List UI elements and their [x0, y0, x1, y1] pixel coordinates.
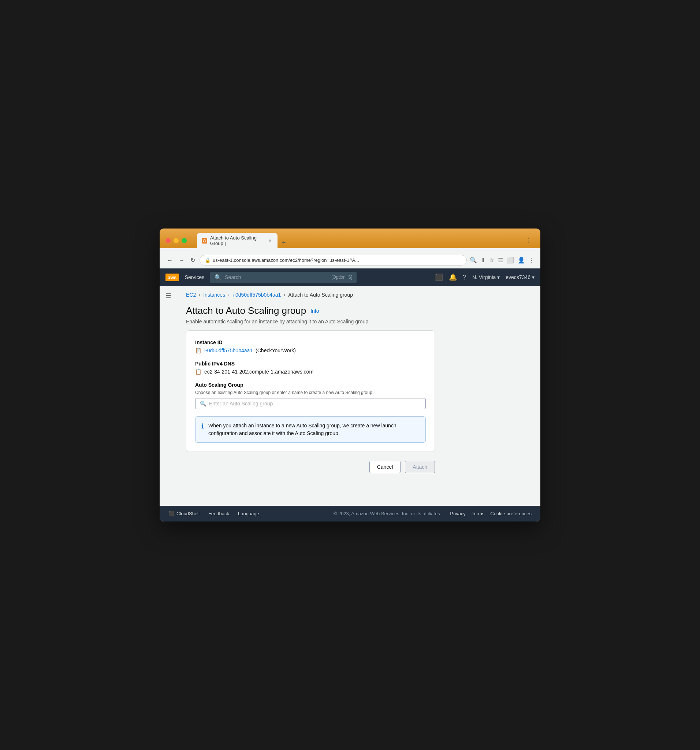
breadcrumb-current: Attach to Auto Scaling group	[288, 292, 353, 298]
footer: ⬛ CloudShell Feedback Language © 2023, A…	[160, 506, 540, 521]
info-box: ℹ When you attach an instance to a new A…	[195, 416, 426, 443]
breadcrumb-instance-id[interactable]: i-0d50dff575b0b4aa1	[232, 292, 281, 298]
profile-icon[interactable]: 👤	[518, 257, 525, 264]
aws-logo-box: aws	[166, 274, 179, 281]
address-actions: 🔍 ⬆ ☆ ☰ ⬜ 👤 ⋮	[470, 257, 534, 264]
form-card: Instance ID 📋 i-0d50dff575b0b4aa1 (Check…	[186, 330, 435, 452]
region-chevron-icon: ▾	[497, 274, 500, 280]
reading-list-icon[interactable]: ☰	[498, 257, 503, 264]
attach-button[interactable]: Attach	[405, 461, 435, 473]
aws-logo-text: aws	[168, 275, 177, 280]
aws-navigation: aws Services 🔍 [Option+S] ⬛ 🔔 ? N. Virgi…	[160, 269, 540, 286]
tab-overview-icon[interactable]: ⬜	[507, 257, 514, 264]
cloudshell-icon: ⬛	[169, 511, 174, 516]
instance-id-link[interactable]: i-0d50dff575b0b4aa1	[204, 347, 253, 353]
main-content: ☰ EC2 › Instances › i-0d50dff575b0b4aa1 …	[160, 286, 540, 506]
breadcrumb: EC2 › Instances › i-0d50dff575b0b4aa1 › …	[186, 292, 531, 298]
browser-chrome: ⬡ Attach to Auto Scaling Group | ✕ + ⋮	[160, 229, 540, 248]
asg-input-wrap[interactable]: 🔍	[195, 398, 426, 409]
new-tab-button[interactable]: +	[279, 238, 289, 248]
minimize-traffic-light[interactable]	[173, 238, 179, 243]
footer-right-links: Privacy Terms Cookie preferences	[450, 511, 531, 516]
public-dns-text: ec2-34-201-41-202.compute-1.amazonaws.co…	[204, 369, 313, 375]
public-dns-value: 📋 ec2-34-201-41-202.compute-1.amazonaws.…	[195, 369, 426, 375]
cloudshell-label: CloudShell	[177, 511, 200, 516]
url-bar[interactable]: 🔒 us-east-1.console.aws.amazon.com/ec2/h…	[200, 255, 467, 266]
copy-icon: 📋	[195, 347, 201, 353]
breadcrumb-ec2[interactable]: EC2	[186, 292, 196, 298]
breadcrumb-sep-3: ›	[284, 292, 285, 297]
tab-favicon: ⬡	[202, 238, 207, 244]
public-dns-field: Public IPv4 DNS 📋 ec2-34-201-41-202.comp…	[195, 361, 426, 375]
services-label: Services	[185, 274, 205, 280]
page-title: Attach to Auto Scaling group Info	[186, 305, 531, 317]
breadcrumb-sep-1: ›	[199, 292, 200, 297]
info-circle-icon: ℹ	[201, 422, 204, 430]
help-icon[interactable]: ?	[463, 274, 467, 281]
url-text: us-east-1.console.aws.amazon.com/ec2/hom…	[213, 257, 461, 263]
public-dns-label: Public IPv4 DNS	[195, 361, 426, 367]
tab-bar: ⬡ Attach to Auto Scaling Group | ✕ +	[197, 233, 520, 248]
terminal-icon[interactable]: ⬛	[435, 273, 443, 281]
user-menu[interactable]: evecs7346 ▾	[506, 274, 534, 280]
services-button[interactable]: Services	[185, 274, 205, 280]
close-traffic-light[interactable]	[166, 238, 170, 243]
action-buttons: Cancel Attach	[186, 461, 435, 473]
search-icon[interactable]: 🔍	[470, 257, 477, 264]
asg-search-icon: 🔍	[200, 401, 206, 406]
user-chevron-icon: ▾	[532, 274, 534, 280]
page-description: Enable automatic scaling for an instance…	[186, 319, 531, 324]
cancel-button[interactable]: Cancel	[369, 461, 401, 473]
more-options-icon[interactable]: ⋮	[529, 257, 534, 264]
asg-input[interactable]	[209, 401, 421, 406]
bell-icon[interactable]: 🔔	[449, 273, 457, 281]
search-input[interactable]	[225, 274, 329, 280]
cloudshell-button[interactable]: ⬛ CloudShell	[169, 511, 200, 516]
cookie-preferences-link[interactable]: Cookie preferences	[490, 511, 531, 516]
reload-button[interactable]: ↻	[189, 255, 196, 265]
breadcrumb-sep-2: ›	[228, 292, 230, 297]
info-box-text: When you attach an instance to a new Aut…	[208, 422, 419, 437]
region-selector[interactable]: N. Virginia ▾	[472, 274, 500, 280]
footer-copyright: © 2023, Amazon Web Services, Inc. or its…	[333, 511, 442, 516]
search-icon: 🔍	[215, 274, 222, 281]
search-shortcut: [Option+S]	[331, 275, 352, 280]
content-area: EC2 › Instances › i-0d50dff575b0b4aa1 › …	[177, 286, 540, 506]
asg-sublabel: Choose an existing Auto Scaling group or…	[195, 390, 426, 395]
info-link[interactable]: Info	[310, 308, 319, 314]
user-label: evecs7346	[506, 274, 531, 280]
aws-search-bar[interactable]: 🔍 [Option+S]	[210, 272, 356, 283]
address-bar: ← → ↻ 🔒 us-east-1.console.aws.amazon.com…	[160, 252, 540, 269]
instance-id-value: 📋 i-0d50dff575b0b4aa1 (CheckYourWork)	[195, 347, 426, 353]
aws-logo[interactable]: aws	[166, 274, 179, 281]
sidebar-toggle-button[interactable]: ☰	[160, 286, 177, 506]
active-tab[interactable]: ⬡ Attach to Auto Scaling Group | ✕	[197, 233, 278, 248]
tab-title: Attach to Auto Scaling Group |	[210, 235, 265, 246]
dns-copy-icon: 📋	[195, 369, 201, 375]
language-link[interactable]: Language	[238, 511, 259, 516]
instance-id-name: (CheckYourWork)	[256, 347, 296, 353]
aws-nav-right: ⬛ 🔔 ? N. Virginia ▾ evecs7346 ▾	[435, 273, 534, 281]
privacy-link[interactable]: Privacy	[450, 511, 466, 516]
share-icon[interactable]: ⬆	[481, 257, 485, 264]
instance-id-field: Instance ID 📋 i-0d50dff575b0b4aa1 (Check…	[195, 340, 426, 353]
asg-field: Auto Scaling Group Choose an existing Au…	[195, 382, 426, 409]
bookmark-icon[interactable]: ☆	[489, 257, 494, 264]
instance-id-label: Instance ID	[195, 340, 426, 345]
browser-controls: ⬡ Attach to Auto Scaling Group | ✕ + ⋮	[166, 233, 534, 248]
terms-link[interactable]: Terms	[471, 511, 484, 516]
browser-window: ⬡ Attach to Auto Scaling Group | ✕ + ⋮ ←…	[160, 229, 540, 521]
lock-icon: 🔒	[205, 258, 210, 263]
page-title-text: Attach to Auto Scaling group	[186, 305, 306, 317]
page-title-area: Attach to Auto Scaling group Info Enable…	[186, 305, 531, 324]
back-button[interactable]: ←	[166, 256, 174, 265]
region-label: N. Virginia	[472, 274, 496, 280]
tab-close-button[interactable]: ✕	[267, 238, 272, 244]
asg-label: Auto Scaling Group	[195, 382, 426, 388]
maximize-traffic-light[interactable]	[181, 238, 187, 243]
forward-button[interactable]: →	[177, 256, 186, 265]
browser-more-button[interactable]: ⋮	[523, 236, 534, 246]
breadcrumb-instances[interactable]: Instances	[203, 292, 225, 298]
feedback-link[interactable]: Feedback	[208, 511, 229, 516]
